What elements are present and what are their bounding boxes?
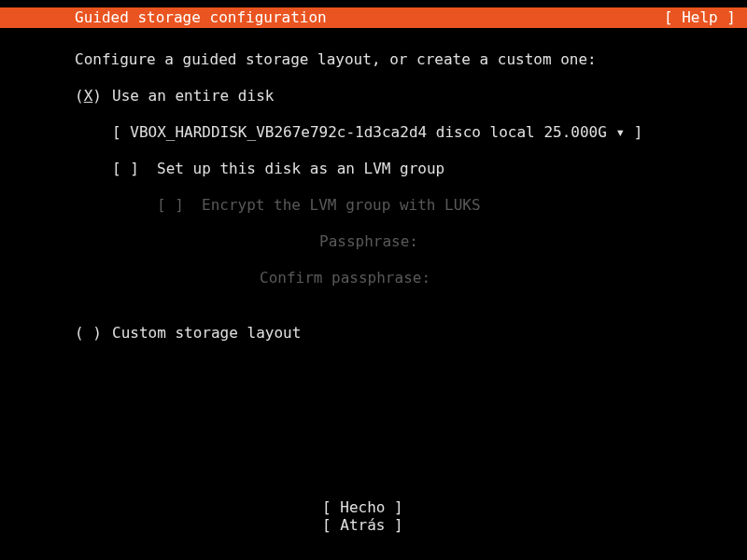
option-custom[interactable]: ( ) Custom storage layout: [75, 324, 747, 342]
checkbox-encrypt-marker: [ ]: [157, 196, 202, 214]
option-custom-label: Custom storage layout: [112, 324, 301, 342]
done-button[interactable]: [ Hecho ]: [322, 498, 425, 516]
option-entire-disk[interactable]: (X) Use an entire disk: [75, 87, 747, 105]
confirm-passphrase-label: Confirm passphrase:: [75, 269, 747, 287]
footer: [ Hecho ] [ Atrás ]: [0, 498, 747, 534]
disk-selector[interactable]: [ VBOX_HARDDISK_VB267e792c-1d3ca2d4 disc…: [112, 123, 747, 141]
main-content: Configure a guided storage layout, or cr…: [0, 28, 747, 342]
checkbox-encrypt-label: Encrypt the LVM group with LUKS: [202, 196, 481, 214]
prompt-text: Configure a guided storage layout, or cr…: [75, 50, 747, 68]
checkbox-lvm-marker[interactable]: [ ]: [112, 160, 157, 177]
checkbox-lvm[interactable]: [ ] Set up this disk as an LVM group: [112, 160, 747, 177]
checkbox-lvm-label: Set up this disk as an LVM group: [157, 160, 444, 177]
option-entire-disk-label: Use an entire disk: [112, 87, 274, 105]
page-title: Guided storage configuration: [75, 9, 327, 26]
passphrase-label: Passphrase:: [75, 232, 747, 250]
radio-entire-disk[interactable]: (X): [75, 87, 112, 105]
back-button[interactable]: [ Atrás ]: [322, 516, 425, 534]
header-bar: Guided storage configuration [ Help ]: [0, 7, 747, 28]
radio-custom[interactable]: ( ): [75, 324, 112, 342]
help-button[interactable]: [ Help ]: [664, 9, 736, 26]
checkbox-encrypt: [ ] Encrypt the LVM group with LUKS: [157, 196, 747, 214]
